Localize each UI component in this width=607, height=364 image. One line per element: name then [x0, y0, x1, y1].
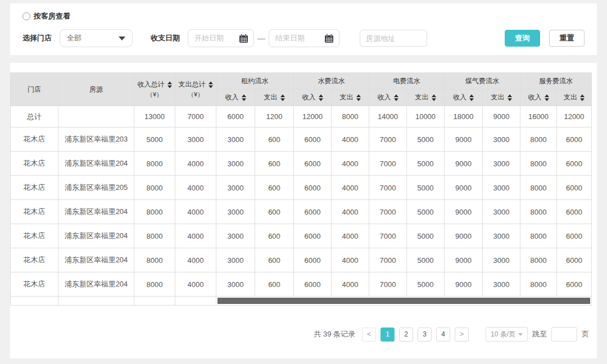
sub-col-header[interactable]: 支出: [407, 89, 445, 106]
value-cell: 5000: [407, 128, 445, 152]
hscrollbar-track[interactable]: [216, 297, 592, 306]
hscrollbar-thumb[interactable]: [218, 298, 590, 304]
empty-cell: [134, 297, 175, 306]
value-cell: 9000: [445, 224, 483, 248]
flow-table: 门店 房源 收入总计 （¥） 支出总计 （¥） 租约流水 水费流水 电费流水 煤…: [10, 72, 592, 306]
store-cell: 花木店: [11, 152, 58, 176]
page-button-3[interactable]: 3: [418, 327, 432, 342]
value-cell: 9000: [483, 106, 520, 128]
table-row: 花木店浦东新区幸福里203500030003000600600040007000…: [11, 128, 592, 152]
value-cell: 9000: [445, 200, 483, 224]
value-cell: 5000: [134, 128, 175, 152]
value-cell: 7000: [369, 152, 407, 176]
date-separator: —: [257, 34, 265, 43]
sort-icon[interactable]: [432, 94, 436, 101]
address-input[interactable]: [360, 30, 427, 47]
sub-col-header[interactable]: 收入: [216, 89, 255, 106]
next-page-button[interactable]: >: [455, 327, 469, 342]
sort-icon[interactable]: [545, 94, 549, 101]
jump-page-input[interactable]: [551, 327, 577, 342]
calendar-icon[interactable]: [239, 34, 248, 43]
table-body: 总计13000700060001200120008000140001000018…: [11, 106, 592, 306]
sub-col-header[interactable]: 收入: [294, 89, 332, 106]
value-cell: 4000: [175, 200, 216, 224]
sub-col-header[interactable]: 支出: [332, 89, 369, 106]
value-cell: 4000: [175, 224, 216, 248]
col-header-expense-total[interactable]: 支出总计 （¥）: [175, 73, 216, 106]
store-select[interactable]: 全部: [60, 29, 133, 47]
store-cell: 花木店: [11, 224, 58, 248]
sort-icon[interactable]: [469, 94, 474, 101]
sort-icon[interactable]: [508, 94, 512, 101]
value-cell: 12000: [294, 106, 332, 128]
prev-page-button[interactable]: <: [362, 327, 376, 342]
empty-cell: [175, 297, 216, 306]
value-cell: 9000: [445, 248, 483, 272]
sort-icon[interactable]: [319, 94, 323, 101]
sub-col-header[interactable]: 收入: [520, 89, 557, 106]
total-row: 总计13000700060001200120008000140001000018…: [11, 106, 592, 128]
value-cell: 600: [255, 176, 294, 200]
value-cell: 6000: [294, 128, 332, 152]
view-by-room-radio[interactable]: 按客房查看: [22, 10, 585, 22]
end-date-input[interactable]: 结束日期: [269, 29, 339, 47]
sort-icon[interactable]: [356, 94, 361, 101]
filter-panel: 按客房查看 选择门店 全部 收支日期 开始日期 — 结束日期: [10, 3, 597, 55]
value-cell: 5000: [407, 176, 445, 200]
value-cell: 3000: [483, 176, 520, 200]
sub-col-header[interactable]: 收入: [369, 89, 407, 106]
store-cell: 花木店: [11, 128, 58, 152]
property-cell: 浦东新区幸福里203: [58, 128, 134, 152]
value-cell: 8000: [134, 200, 175, 224]
value-cell: 600: [255, 200, 294, 224]
expense-total-label: 支出总计: [179, 80, 206, 89]
value-cell: 4000: [332, 272, 369, 297]
value-cell: 6000: [557, 128, 592, 152]
value-cell: 3000: [216, 152, 255, 176]
value-cell: 18000: [445, 106, 483, 128]
query-button[interactable]: 查询: [505, 30, 540, 47]
sort-icon[interactable]: [209, 81, 213, 88]
filter-row: 选择门店 全部 收支日期 开始日期 — 结束日期: [22, 29, 585, 47]
value-cell: 5000: [407, 200, 445, 224]
property-cell: 浦东新区幸福里204: [58, 248, 134, 272]
property-cell: [58, 106, 134, 128]
record-count: 共 39 条记录: [314, 329, 355, 339]
sub-col-header[interactable]: 收入: [445, 89, 483, 106]
col-header-income-total[interactable]: 收入总计 （¥）: [134, 73, 175, 106]
sub-col-header[interactable]: 支出: [255, 89, 294, 106]
page-button-2[interactable]: 2: [399, 327, 413, 342]
value-cell: 12000: [557, 106, 592, 128]
start-date-input[interactable]: 开始日期: [188, 29, 254, 47]
sub-col-header[interactable]: 支出: [483, 89, 520, 106]
calendar-icon[interactable]: [324, 34, 334, 43]
value-cell: 6000: [294, 248, 332, 272]
sort-icon[interactable]: [280, 94, 285, 101]
sort-icon[interactable]: [242, 94, 246, 101]
value-cell: 7000: [175, 106, 216, 128]
radio-icon[interactable]: [22, 12, 30, 20]
value-cell: 5000: [407, 272, 445, 297]
main-panel: 门店 房源 收入总计 （¥） 支出总计 （¥） 租约流水 水费流水 电费流水 煤…: [10, 63, 597, 358]
value-cell: 14000: [369, 106, 407, 128]
page-button-1[interactable]: 1: [380, 327, 395, 342]
value-cell: 3000: [216, 200, 255, 224]
sort-icon[interactable]: [580, 94, 585, 101]
value-cell: 4000: [332, 248, 369, 272]
value-cell: 3000: [483, 272, 520, 297]
sub-col-header[interactable]: 支出: [557, 89, 592, 106]
value-cell: 6000: [557, 200, 592, 224]
value-cell: 10000: [407, 106, 445, 128]
value-cell: 4000: [332, 200, 369, 224]
reset-button[interactable]: 重置: [549, 30, 585, 47]
value-cell: 600: [255, 272, 294, 297]
start-date-placeholder: 开始日期: [194, 33, 224, 43]
value-cell: 7000: [369, 176, 407, 200]
sort-icon[interactable]: [394, 94, 398, 101]
table-row: 花木店浦东新区幸福里204800040003000600600040007000…: [11, 272, 592, 297]
value-cell: 8000: [520, 176, 557, 200]
value-cell: 8000: [520, 200, 557, 224]
sort-icon[interactable]: [167, 81, 172, 88]
page-size-select[interactable]: 10 条/页: [486, 327, 528, 342]
page-button-4[interactable]: 4: [436, 327, 450, 342]
